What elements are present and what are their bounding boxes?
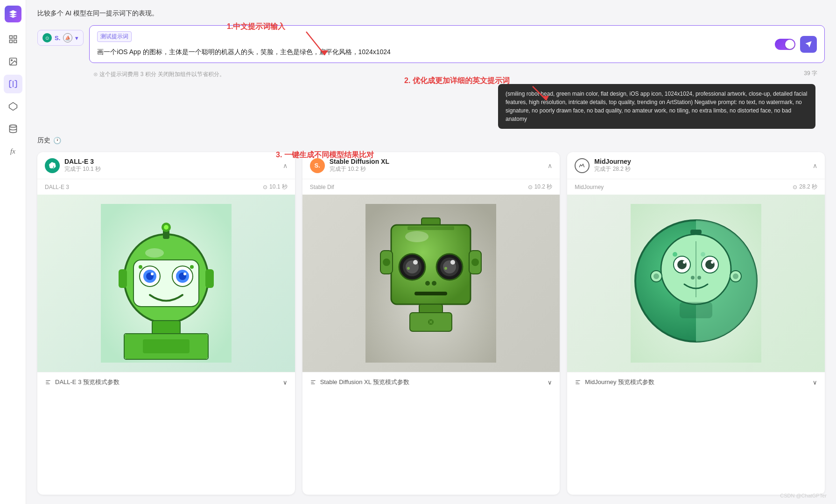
svg-point-91 bbox=[711, 261, 714, 264]
tooltip-text: (smiling robot head, green main color, f… bbox=[506, 91, 807, 122]
sd-card: S. Stable Diffusion XL 完成于 10.2 秒 ∧ Stab… bbox=[302, 152, 560, 495]
mj-small-icon: ⛵ bbox=[63, 33, 72, 42]
svg-point-94 bbox=[697, 276, 701, 280]
prompt-controls bbox=[775, 36, 817, 53]
mj-footer-left: MidJourney 预览模式参数 bbox=[575, 378, 654, 386]
watermark-text: CSDN @ChatGPTer bbox=[780, 493, 827, 498]
dalle-image bbox=[37, 195, 295, 372]
toggle-knob bbox=[785, 40, 794, 49]
dalle-card: DALL-E 3 完成于 10.1 秒 ∧ DALL-E 3 ⊙10.1 秒 bbox=[37, 152, 295, 495]
history-icon[interactable]: 🕐 bbox=[53, 137, 61, 144]
mj-image bbox=[567, 195, 825, 372]
dalle-footer[interactable]: DALL-E 3 预览模式参数 ∨ bbox=[37, 372, 295, 392]
svg-point-63 bbox=[450, 260, 455, 265]
mj-card: MidJourney 完成于 28.2 秒 ∧ MidJourney ⊙28.2… bbox=[567, 152, 825, 495]
svg-point-8 bbox=[9, 125, 16, 127]
dalle-collapse-btn[interactable]: ∧ bbox=[283, 162, 288, 169]
mj-footer[interactable]: MidJourney 预览模式参数 ∨ bbox=[567, 372, 825, 392]
svg-point-57 bbox=[413, 260, 418, 265]
cost-text: ⊙ 这个提示词费用 3 积分 关闭附加组件以节省积分。 bbox=[93, 71, 225, 77]
sd-footer-left: Stable Diffusion XL 预览模式参数 bbox=[310, 378, 409, 386]
optimized-prompt-tooltip: (smiling robot head, green main color, f… bbox=[498, 84, 815, 129]
mj-robot-svg bbox=[631, 204, 761, 363]
cost-row: ⊙ 这个提示词费用 3 积分 关闭附加组件以节省积分。 39 字 bbox=[93, 70, 825, 78]
dalle-model-icon bbox=[45, 158, 60, 173]
sd-collapse-btn[interactable]: ∧ bbox=[548, 162, 552, 169]
prompt-input[interactable] bbox=[97, 47, 770, 57]
sidebar-item-database[interactable] bbox=[4, 119, 22, 138]
optimize-toggle[interactable] bbox=[775, 39, 795, 50]
dalle-header-left: DALL-E 3 完成于 10.1 秒 bbox=[45, 158, 101, 173]
dalle-footer-arrow[interactable]: ∨ bbox=[283, 379, 288, 386]
mj-model-info: MidJourney 完成于 28.2 秒 bbox=[594, 158, 631, 173]
send-button[interactable] bbox=[800, 36, 817, 53]
sd-model-info: Stable Diffusion XL 完成于 10.2 秒 bbox=[330, 158, 389, 173]
sidebar-item-compare[interactable] bbox=[4, 75, 22, 93]
dalle-card-header: DALL-E 3 完成于 10.1 秒 ∧ bbox=[37, 152, 295, 179]
sd-image-label: Stable Dif bbox=[310, 184, 334, 190]
dalle-completion-time: 完成于 10.1 秒 bbox=[64, 165, 101, 173]
model-s-label: S. bbox=[55, 35, 60, 42]
svg-point-36 bbox=[139, 265, 142, 269]
sd-model-icon: S. bbox=[310, 158, 325, 173]
sidebar-item-model[interactable] bbox=[4, 97, 22, 116]
sd-image-header: Stable Dif ⊙10.2 秒 bbox=[302, 179, 560, 195]
prompt-section: ⊙ S. ⛵ ▾ 测试提示词 bbox=[37, 25, 825, 78]
sidebar-item-dashboard[interactable] bbox=[4, 30, 22, 49]
dalle-time-badge: ⊙10.1 秒 bbox=[263, 183, 288, 191]
prompt-label: 测试提示词 bbox=[97, 31, 132, 42]
svg-rect-0 bbox=[9, 36, 12, 39]
svg-point-75 bbox=[405, 231, 429, 242]
prompt-label-badge: 测试提示词 bbox=[97, 31, 817, 44]
svg-rect-3 bbox=[14, 40, 16, 43]
model-selector[interactable]: ⊙ S. ⛵ ▾ bbox=[37, 30, 84, 46]
sidebar-item-api[interactable]: fx bbox=[4, 142, 22, 161]
sd-params-icon bbox=[310, 379, 316, 385]
image-icon bbox=[8, 57, 18, 66]
svg-point-93 bbox=[691, 276, 695, 280]
mj-collapse-btn[interactable]: ∧ bbox=[813, 162, 817, 169]
model-dropdown-arrow[interactable]: ▾ bbox=[75, 35, 78, 42]
dalle-footer-left: DALL-E 3 预览模式参数 bbox=[45, 378, 119, 386]
svg-rect-2 bbox=[9, 40, 12, 43]
svg-marker-7 bbox=[9, 103, 17, 111]
dalle-params-icon bbox=[45, 379, 51, 385]
svg-point-24 bbox=[151, 273, 154, 275]
sd-image bbox=[302, 195, 560, 372]
results-grid: DALL-E 3 完成于 10.1 秒 ∧ DALL-E 3 ⊙10.1 秒 bbox=[37, 152, 825, 495]
svg-point-52 bbox=[471, 259, 479, 266]
sidebar-logo[interactable] bbox=[5, 6, 21, 22]
svg-rect-46 bbox=[407, 226, 454, 230]
sd-model-name: Stable Diffusion XL bbox=[330, 158, 389, 165]
openai-logo-icon bbox=[49, 162, 56, 169]
mj-header-left: MidJourney 完成于 28.2 秒 bbox=[575, 158, 631, 173]
sd-robot-svg bbox=[365, 204, 496, 363]
svg-point-64 bbox=[444, 267, 447, 270]
svg-rect-1 bbox=[14, 36, 16, 39]
mj-footer-arrow[interactable]: ∨ bbox=[813, 379, 817, 386]
sd-card-header: S. Stable Diffusion XL 完成于 10.2 秒 ∧ bbox=[302, 152, 560, 179]
mj-completion-time: 完成于 28.2 秒 bbox=[594, 165, 631, 173]
sidebar-item-image[interactable] bbox=[4, 52, 22, 71]
openai-icon: ⊙ bbox=[42, 33, 52, 42]
mj-image-label: MidJourney bbox=[575, 184, 604, 190]
svg-rect-16 bbox=[119, 269, 127, 288]
svg-point-97 bbox=[653, 273, 659, 279]
mj-card-header: MidJourney 完成于 28.2 秒 ∧ bbox=[567, 152, 825, 179]
svg-point-102 bbox=[701, 252, 705, 257]
page-description: 比较多个 AI 模型在同一提示词下的表现。 bbox=[37, 9, 825, 18]
send-icon bbox=[805, 41, 812, 48]
svg-point-5 bbox=[11, 60, 12, 61]
sd-completion-time: 完成于 10.2 秒 bbox=[330, 165, 389, 173]
sd-footer[interactable]: Stable Diffusion XL 预览模式参数 ∨ bbox=[302, 372, 560, 392]
svg-rect-95 bbox=[690, 230, 702, 234]
sd-footer-arrow[interactable]: ∨ bbox=[548, 379, 552, 386]
sd-time-badge: ⊙10.2 秒 bbox=[528, 183, 553, 191]
svg-rect-100 bbox=[680, 302, 712, 318]
svg-point-15 bbox=[164, 225, 169, 230]
mj-model-icon bbox=[575, 158, 590, 173]
dalle-footer-label: DALL-E 3 预览模式参数 bbox=[55, 378, 119, 386]
dalle-image-header: DALL-E 3 ⊙10.1 秒 bbox=[37, 179, 295, 195]
svg-point-37 bbox=[190, 265, 194, 269]
svg-point-29 bbox=[183, 273, 186, 275]
